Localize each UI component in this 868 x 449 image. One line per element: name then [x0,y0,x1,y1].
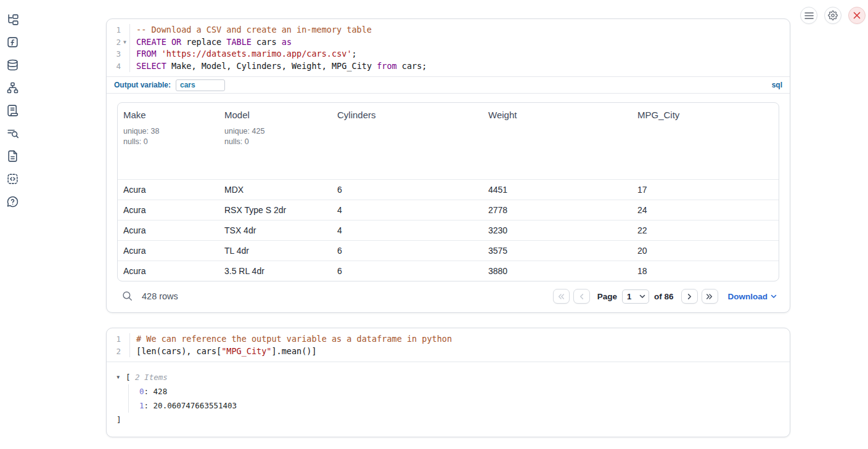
python-cell: 1# We can reference the output variable … [106,328,790,437]
table-cell: 3880 [483,266,632,276]
helper-panel-sidebar [6,12,22,208]
items-count-label: 2 Items [135,373,168,382]
last-page-button[interactable] [702,289,718,304]
python-cell-output: ▼[ 2 Items 0: 4281: 20.060747663551403 ] [107,362,790,437]
table-cell: Acura [118,205,219,215]
tree-entry-value: 428 [154,387,168,396]
table-row: AcuraTL 4dr6357520 [118,240,779,261]
chevron-down-icon [639,294,645,299]
scratchpad-search-icon[interactable] [6,126,20,140]
column-stats: unique: 38nulls: 0 [123,126,219,147]
line-number: 1 [116,333,121,346]
page-select-value: 1 [627,292,631,301]
code-line: 1-- Download a CSV and create an in-memo… [107,24,790,36]
table-cell: 6 [332,185,483,195]
output-variable-input[interactable] [176,79,225,91]
column-header[interactable]: Modelunique: 425nulls: 0 [219,103,332,179]
shutdown-close-icon[interactable] [848,7,866,24]
download-button[interactable]: Download [728,292,777,301]
table-cell: Acura [118,266,219,276]
tree-entries: 0: 4281: 20.060747663551403 [128,384,780,413]
table-cell: 20 [632,246,779,256]
open-bracket: [ [126,373,131,382]
variables-icon[interactable] [6,35,20,49]
table-cell: 4 [332,225,483,235]
line-number: 2 [116,36,121,49]
column-name: MPG_City [637,110,779,120]
next-page-button[interactable] [681,289,698,304]
column-header[interactable]: Weight [483,103,632,179]
download-label: Download [728,292,768,301]
data-table: Makeunique: 38nulls: 0Modelunique: 425nu… [117,102,779,281]
tree-entry-key: 0 [139,387,144,396]
output-variable-row: Output variable: sql [107,76,790,93]
table-cell: MDX [219,185,332,195]
table-cell: 17 [632,185,779,195]
language-badge: sql [772,81,782,89]
sql-cell-output: Makeunique: 38nulls: 0Modelunique: 425nu… [107,93,790,312]
table-cell: 6 [332,266,483,276]
documentation-icon[interactable] [6,149,20,163]
pagination: Page 1 of 86 Download [553,289,777,304]
code-line: 3FROM 'https://datasets.marimo.app/cars.… [107,48,790,60]
table-cell: Acura [118,246,219,256]
column-name: Model [224,110,332,120]
table-cell: TSX 4dr [219,225,332,235]
row-count: 428 rows [142,291,178,301]
page-count-label: of 86 [654,292,674,301]
table-header-row: Makeunique: 38nulls: 0Modelunique: 425nu… [118,103,779,179]
column-header[interactable]: MPG_City [632,103,779,179]
code-line: 4SELECT Make, Model, Cylinders, Weight, … [107,60,790,73]
chevron-down-icon [771,294,777,299]
code-line: 1# We can reference the output variable … [107,333,790,346]
table-cell: 2778 [483,205,632,215]
table-cell: 6 [332,246,483,256]
page-select[interactable]: 1 [622,289,649,304]
table-cell: 24 [632,205,779,215]
logs-icon[interactable] [6,103,20,117]
fold-chevron-icon[interactable]: ▼ [122,37,128,48]
tree-entry-value: 20.060747663551403 [154,401,237,410]
notebook-action-buttons [800,7,866,24]
marimo-notebook-page: { "colors": { "hist_green": "#177a5c", "… [0,0,868,449]
table-row: Acura3.5 RL 4dr6388018 [118,261,779,281]
first-page-button[interactable] [553,289,570,304]
code-line: 2▼CREATE OR replace TABLE cars as [107,36,790,49]
tree-entry: 1: 20.060747663551403 [139,398,780,413]
previous-page-button[interactable] [573,289,590,304]
table-row: AcuraMDX6445117 [118,179,779,200]
table-cell: 18 [632,266,779,276]
file-tree-icon[interactable] [6,12,20,26]
line-number: 3 [116,48,121,60]
table-row: AcuraRSX Type S 2dr4277824 [118,200,779,220]
datasources-icon[interactable] [6,58,20,71]
output-variable-label: Output variable: [114,81,171,89]
table-cell: 22 [632,225,779,235]
column-header[interactable]: Makeunique: 38nulls: 0 [118,103,219,179]
column-name: Make [123,110,219,120]
result-tree: ▼[ 2 Items 0: 4281: 20.060747663551403 ] [107,362,790,437]
table-cell: Acura [118,185,219,195]
search-icon[interactable] [121,290,133,302]
table-cell: 3575 [483,246,632,256]
table-cell: 4 [332,205,483,215]
snippets-icon[interactable] [6,172,20,185]
help-icon[interactable] [6,195,20,208]
column-stats: unique: 425nulls: 0 [224,126,332,147]
collapse-caret-icon[interactable]: ▼ [117,371,120,384]
table-cell: TL 4dr [219,246,332,256]
line-number: 1 [116,24,121,36]
column-name: Cylinders [337,110,483,120]
column-header[interactable]: Cylinders [332,103,483,179]
sql-code-editor[interactable]: 1-- Download a CSV and create an in-memo… [107,19,790,76]
tree-entry: 0: 428 [139,384,780,398]
menu-icon[interactable] [800,7,817,24]
table-body: AcuraMDX6445117AcuraRSX Type S 2dr427782… [118,179,779,281]
sql-cell: 1-- Download a CSV and create an in-memo… [106,18,790,313]
column-name: Weight [488,110,632,120]
settings-gear-icon[interactable] [824,7,841,24]
python-code-editor[interactable]: 1# We can reference the output variable … [107,328,790,362]
code-line: 2[len(cars), cars["MPG_City"].mean()] [107,346,790,358]
table-row: AcuraTSX 4dr4323022 [118,220,779,240]
dependency-graph-icon[interactable] [6,81,20,94]
